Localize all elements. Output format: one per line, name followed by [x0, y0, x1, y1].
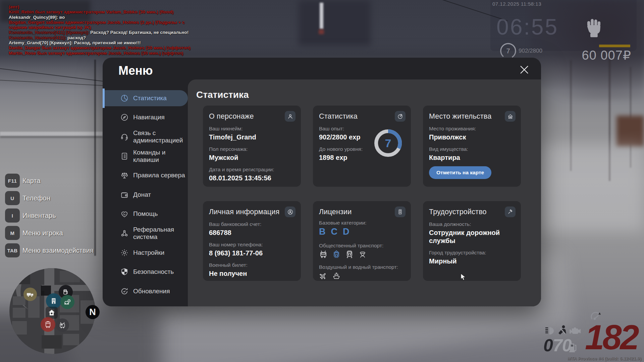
field-label: Вид имущества:: [429, 146, 515, 152]
card-employment: Трудоустройство Ваша должность:Сотрудник…: [423, 201, 521, 281]
chat-line: (епт): [9, 4, 264, 9]
key-badge: I: [5, 208, 20, 223]
field-label: Место проживания:: [429, 125, 515, 132]
mark-on-map-button[interactable]: Отметить на карте: [429, 166, 491, 179]
ring-level-number: 7: [373, 128, 404, 159]
key-badge: U: [5, 191, 20, 205]
field-value: Квартира: [429, 154, 515, 162]
sidebar-item-referral[interactable]: Реферальная система: [103, 224, 188, 243]
chat-line: Bogdan_Gergert забанен администратором J…: [9, 20, 264, 25]
menu-content: Статистика О персонаже Ваш никнейм:Timof…: [188, 79, 541, 306]
house-icon: [505, 111, 516, 122]
sidebar-item-navigation[interactable]: Навигация: [103, 108, 188, 127]
keybind-label: Меню взаимодействия: [22, 243, 94, 257]
bg-guardrail-shadow: [0, 136, 103, 138]
hammer-icon: [505, 206, 516, 217]
field-label: Ваш банковский счет:: [209, 221, 295, 227]
sidebar-label: Настройки: [133, 249, 186, 256]
keybind-label: Инвентарь: [22, 208, 56, 223]
field-value: Мирный: [429, 257, 515, 265]
scales-icon: [120, 171, 129, 180]
bg-pole: [94, 60, 96, 256]
plane-license-icon: [319, 271, 328, 280]
license-card-icon: [395, 206, 406, 217]
card-licenses: Лицензии Базовые категории: BCD Обществе…: [313, 201, 411, 281]
sidebar-label: Правила сервера: [133, 172, 186, 179]
sidebar-item-server-rules[interactable]: Правила сервера: [103, 166, 188, 185]
field-value: 8 (963) 181-77-06: [209, 249, 295, 257]
card-residence: Место жительства Место проживания:Привол…: [423, 106, 521, 187]
sidebar-label: Команды и клавиши: [133, 149, 186, 164]
mouse-cursor: [460, 273, 467, 281]
keybind-label: Меню игрока: [22, 226, 63, 240]
card-title: Место жительства: [429, 112, 515, 121]
field-value: Приволжск: [429, 133, 515, 141]
update-check-icon: [120, 287, 129, 296]
field-label: Город трудоустройства:: [429, 249, 515, 256]
card-title: Трудоустройство: [429, 208, 515, 216]
field-value: 08.01.2025 13:45:56: [209, 174, 295, 182]
heart-hands-icon: [120, 209, 129, 218]
sidebar-item-statistics[interactable]: Статистика: [103, 88, 188, 108]
raised-fist-icon: [586, 17, 601, 38]
hud-exp: 902/2800: [519, 48, 542, 54]
document-icon: [120, 152, 129, 161]
sidebar-item-settings[interactable]: Настройки: [103, 243, 188, 262]
headset-icon: [120, 132, 129, 141]
conductor-license-icon: [358, 250, 367, 258]
bg-snow-right: [540, 144, 644, 231]
close-icon[interactable]: [519, 64, 530, 75]
minimap-rent-marker: [60, 295, 74, 309]
hud-gold-bar: [599, 45, 630, 47]
chat-log: (епт) Kirill_Rebin был заткнут администр…: [9, 4, 264, 56]
hud-money: 60 007₽: [582, 48, 631, 63]
field-label: До нового уровня:: [319, 146, 369, 152]
seatbelt-icon: [558, 325, 568, 336]
sidebar-item-help[interactable]: Помощь: [103, 204, 188, 224]
field-label: Пол персонажа:: [209, 146, 295, 152]
ship-license-icon: [332, 271, 341, 280]
card-title: Личная информация: [209, 208, 295, 216]
person-circle-icon: [285, 206, 296, 217]
hud-level-number: 7: [499, 42, 517, 60]
field-value: Timofej_Grand: [209, 133, 295, 141]
bg-sign: [320, 3, 323, 29]
chat-line: Martin_Rose был заткнут администратором …: [9, 51, 264, 56]
level-progress-ring: 7: [373, 128, 404, 159]
field-label: Ваш опыт:: [319, 125, 369, 132]
minimap-trolleybus-marker: [56, 318, 69, 332]
card-statistics: Статистика Ваш опыт:902/2800 exp До ново…: [313, 106, 411, 187]
sidebar-label: Статистика: [133, 95, 186, 102]
shield-icon: [120, 267, 129, 276]
sidebar-item-commands[interactable]: Команды и клавиши: [103, 146, 188, 166]
card-personal-info: Личная информация Ваш банковский счет:68…: [203, 201, 301, 281]
bg-rust-wall: [616, 116, 644, 146]
menu-title: Меню: [118, 64, 153, 78]
field-label: Воздушный и водный транспорт:: [319, 264, 405, 270]
fuel-pump-icon: [569, 343, 578, 353]
pie-chart-icon: [395, 111, 406, 122]
chat-line: Kirill_Rebin был заткнут администратором…: [9, 9, 264, 14]
sidebar-item-admin-contact[interactable]: Связь с администрацией: [103, 127, 188, 146]
bg-guardrail: [0, 132, 103, 136]
game-version: MTA Province #4 (build: 6.12421.9): [567, 356, 641, 361]
pie-chart-icon: [120, 94, 129, 103]
minimap: [9, 268, 95, 354]
sidebar-item-security[interactable]: Безопасность: [103, 262, 188, 282]
content-heading: Статистика: [196, 89, 249, 100]
field-value: Мужской: [209, 154, 295, 162]
hud-datetime: 07.12.2025 11:58:13: [492, 1, 541, 7]
card-title: Лицензии: [319, 208, 405, 216]
train-license-icon: [345, 250, 354, 258]
key-badge: TAB: [5, 243, 20, 257]
field-value: Не получен: [209, 269, 295, 278]
chat-line: оздание аварийных ситуаций by JK): [9, 25, 264, 30]
keybind-label: Карта: [22, 174, 41, 188]
minimap-bus-marker: [41, 317, 55, 332]
sidebar-item-donate[interactable]: Донат: [103, 185, 188, 204]
sidebar-item-updates[interactable]: Обновления: [103, 282, 188, 301]
chat-line: Artemy_Grand[70] [Крикнул]: Расход, прит…: [9, 40, 264, 45]
gear-icon: [120, 248, 129, 257]
bg-sign-red: [319, 29, 324, 34]
sidebar-label: Безопасность: [133, 268, 186, 276]
